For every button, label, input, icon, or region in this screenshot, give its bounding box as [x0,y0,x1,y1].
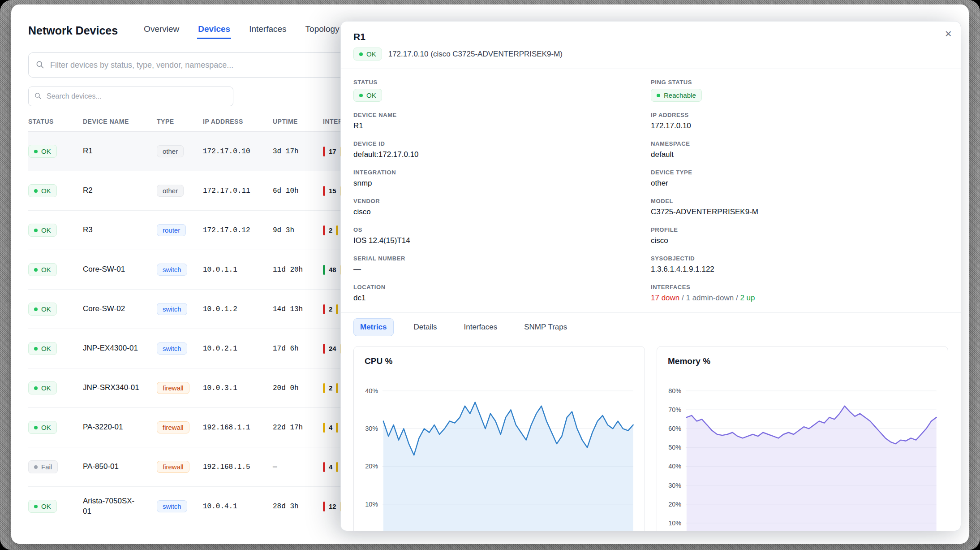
tab-overview[interactable]: Overview [143,22,180,39]
search-input[interactable] [28,87,233,106]
ip-address: 10.0.2.1 [203,345,273,353]
status-dot-icon [34,189,38,193]
status-cell: OK [28,342,83,355]
field-ip-address: IP ADDRESS172.17.0.10 [651,112,948,130]
app-window: Network Devices OverviewDevicesInterface… [11,4,969,544]
field-profile: PROFILEcisco [651,226,948,245]
ip-address: 10.0.3.1 [203,384,273,392]
type-cell: switch [157,502,203,511]
device-name: R1 [83,146,157,156]
status-cell: OK [28,145,83,158]
status-badge: OK [28,381,57,394]
ip-address: 172.17.0.11 [203,187,273,195]
field-value: — [353,265,651,274]
field-value: snmp [353,179,651,188]
status-label: OK [41,502,51,510]
status-badge: OK [28,145,57,158]
field-label: STATUS [353,79,651,86]
status-label: OK [41,384,51,392]
device-name: Core-SW-01 [83,264,157,275]
status-badge: OK [28,184,57,197]
status-dot-icon [34,307,38,311]
field-value-part: / [734,294,740,302]
status-badge: Fail [28,460,58,473]
status-label: OK [41,226,51,234]
panel-tab-metrics[interactable]: Metrics [353,318,394,336]
field-interfaces: INTERFACES17 down / 1 admin-down / 2 up [651,284,948,303]
interface-count: 2 [329,305,332,313]
ip-address: 192.168.1.5 [203,463,273,471]
search-icon [35,60,44,71]
status-badge: OK [28,342,57,355]
status-cell: OK [28,184,83,197]
column-header-status: STATUS [28,118,83,125]
tab-interfaces[interactable]: Interfaces [248,22,287,39]
field-value: 172.17.0.10 [651,121,948,130]
device-name: JNP-SRX340-01 [83,383,157,393]
interface-count: 2 [329,226,332,234]
interface-status-bar-icon [323,265,325,275]
field-label: DEVICE NAME [353,112,651,118]
status-cell: OK [28,381,83,394]
fields-right: PING STATUSReachableIP ADDRESS172.17.0.1… [651,79,948,312]
desktop-background: Network Devices OverviewDevicesInterface… [0,0,980,550]
type-badge: switch [157,264,187,276]
status-cell: OK [28,263,83,276]
type-badge: firewall [157,461,189,473]
field-value: dc1 [353,294,651,303]
field-serial-number: SERIAL NUMBER— [353,255,651,274]
field-value-part: / [679,294,686,302]
ip-address: 10.0.4.1 [203,502,273,511]
interface-count: 12 [329,502,336,510]
status-dot-icon [34,229,38,232]
type-badge: firewall [157,382,189,394]
panel-tab-details[interactable]: Details [407,318,444,336]
panel-tab-snmp-traps[interactable]: SNMP Traps [517,318,574,336]
ip-address: 10.0.1.2 [203,305,273,313]
field-sysobjectid: SYSOBJECTID1.3.6.1.4.1.9.1.122 [651,255,948,274]
close-icon[interactable]: × [945,28,952,39]
field-device-id: DEVICE IDdefault:172.17.0.10 [353,140,651,159]
interface-status-bar-icon [323,304,325,314]
status-label: OK [41,305,51,313]
interface-count: 2 [329,384,332,392]
main-nav: OverviewDevicesInterfacesTopology Map [143,22,359,39]
uptime: 28d 3h [273,502,323,511]
metrics-charts: CPU % 40%30%20%10% Memory % 80%70%60%50%… [341,342,961,531]
svg-text:10%: 10% [668,520,681,527]
status-dot-icon [359,52,363,56]
field-ping-status: PING STATUSReachable [651,79,948,102]
interface-status-bar-icon [336,462,338,472]
status-dot-icon [359,94,363,97]
svg-text:10%: 10% [365,501,378,508]
status-label: OK [41,187,51,195]
field-namespace: NAMESPACEdefault [651,140,948,159]
device-name: PA-3220-01 [83,422,157,433]
column-header-uptime: UPTIME [273,118,323,125]
type-cell: firewall [157,424,203,432]
interface-status-bar-icon [323,502,325,511]
field-label: SYSOBJECTID [651,255,948,262]
device-name: R3 [83,225,157,235]
type-cell: firewall [157,384,203,392]
memory-chart-title: Memory % [660,355,945,372]
panel-tab-interfaces[interactable]: Interfaces [457,318,504,336]
svg-text:50%: 50% [668,444,681,451]
ip-address: 10.0.1.1 [203,266,273,274]
type-badge: other [157,185,184,197]
type-badge: firewall [157,421,189,433]
field-integration: INTEGRATIONsnmp [353,169,651,188]
tab-devices[interactable]: Devices [197,22,231,39]
status-dot-icon [34,386,38,390]
field-label: NAMESPACE [651,140,948,147]
field-vendor: VENDORcisco [353,198,651,217]
uptime: 11d 20h [273,266,323,274]
interface-count: 17 [329,147,336,155]
field-value: 17 down / 1 admin-down / 2 up [651,294,948,303]
type-cell: firewall [157,463,203,471]
field-label: SERIAL NUMBER [353,255,651,262]
field-value: 1.3.6.1.4.1.9.1.122 [651,265,948,274]
type-cell: other [157,187,203,195]
type-cell: other [157,147,203,156]
ip-address: 172.17.0.12 [203,226,273,234]
